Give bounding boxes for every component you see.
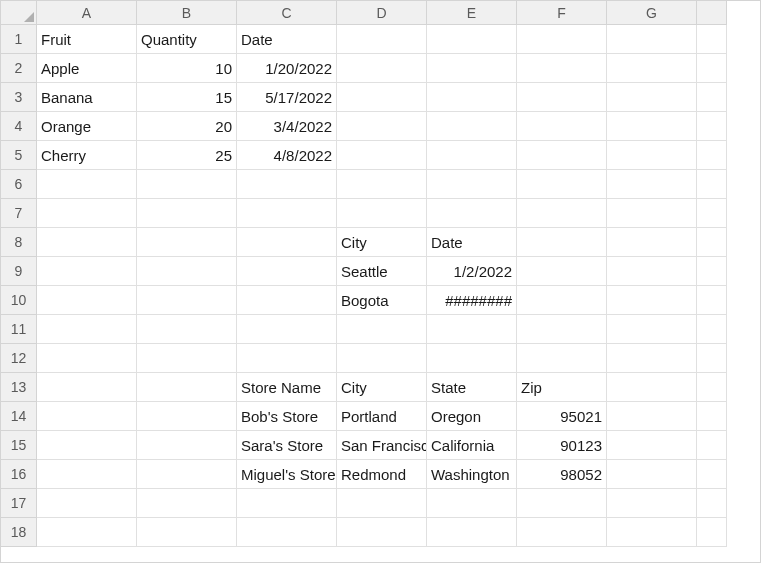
cell-D4[interactable] <box>337 112 427 141</box>
cell-D18[interactable] <box>337 518 427 547</box>
cell-C14[interactable]: Bob's Store <box>237 402 337 431</box>
cell-E13[interactable]: State <box>427 373 517 402</box>
cell-D17[interactable] <box>337 489 427 518</box>
row-header-14[interactable]: 14 <box>1 402 37 431</box>
cell-C18[interactable] <box>237 518 337 547</box>
cell-B4[interactable]: 20 <box>137 112 237 141</box>
cell-G12[interactable] <box>607 344 697 373</box>
cell-G16[interactable] <box>607 460 697 489</box>
cell-G10[interactable] <box>607 286 697 315</box>
row-header-11[interactable]: 11 <box>1 315 37 344</box>
row-header-13[interactable]: 13 <box>1 373 37 402</box>
cell-E1[interactable] <box>427 25 517 54</box>
cell-C9[interactable] <box>237 257 337 286</box>
cell-B3[interactable]: 15 <box>137 83 237 112</box>
cell-F17[interactable] <box>517 489 607 518</box>
spreadsheet-grid[interactable]: ABCDEFG1FruitQuantityDate2Apple101/20/20… <box>1 1 760 547</box>
cell-B10[interactable] <box>137 286 237 315</box>
cell-E17[interactable] <box>427 489 517 518</box>
cell-F1[interactable] <box>517 25 607 54</box>
cell-E10[interactable]: ######## <box>427 286 517 315</box>
cell-F8[interactable] <box>517 228 607 257</box>
cell-D11[interactable] <box>337 315 427 344</box>
cell-D9[interactable]: Seattle <box>337 257 427 286</box>
cell-E14[interactable]: Oregon <box>427 402 517 431</box>
cell-F6[interactable] <box>517 170 607 199</box>
cell-G14[interactable] <box>607 402 697 431</box>
cell-F12[interactable] <box>517 344 607 373</box>
cell-G9[interactable] <box>607 257 697 286</box>
row-header-6[interactable]: 6 <box>1 170 37 199</box>
cell-D13[interactable]: City <box>337 373 427 402</box>
cell-E7[interactable] <box>427 199 517 228</box>
cell-D3[interactable] <box>337 83 427 112</box>
cell-A1[interactable]: Fruit <box>37 25 137 54</box>
cell-F13[interactable]: Zip <box>517 373 607 402</box>
cell-D6[interactable] <box>337 170 427 199</box>
cell-G15[interactable] <box>607 431 697 460</box>
cell-E6[interactable] <box>427 170 517 199</box>
cell-G4[interactable] <box>607 112 697 141</box>
cell-G6[interactable] <box>607 170 697 199</box>
cell-A18[interactable] <box>37 518 137 547</box>
cell-F10[interactable] <box>517 286 607 315</box>
row-header-16[interactable]: 16 <box>1 460 37 489</box>
cell-B14[interactable] <box>137 402 237 431</box>
cell-A7[interactable] <box>37 199 137 228</box>
cell-B16[interactable] <box>137 460 237 489</box>
cell-A3[interactable]: Banana <box>37 83 137 112</box>
row-header-2[interactable]: 2 <box>1 54 37 83</box>
cell-B7[interactable] <box>137 199 237 228</box>
cell-D5[interactable] <box>337 141 427 170</box>
cell-C11[interactable] <box>237 315 337 344</box>
cell-G18[interactable] <box>607 518 697 547</box>
cell-C6[interactable] <box>237 170 337 199</box>
cell-C8[interactable] <box>237 228 337 257</box>
cell-A11[interactable] <box>37 315 137 344</box>
cell-G11[interactable] <box>607 315 697 344</box>
cell-E5[interactable] <box>427 141 517 170</box>
cell-A16[interactable] <box>37 460 137 489</box>
cell-A2[interactable]: Apple <box>37 54 137 83</box>
cell-A5[interactable]: Cherry <box>37 141 137 170</box>
cell-A12[interactable] <box>37 344 137 373</box>
cell-C2[interactable]: 1/20/2022 <box>237 54 337 83</box>
cell-A15[interactable] <box>37 431 137 460</box>
cell-A8[interactable] <box>37 228 137 257</box>
cell-G5[interactable] <box>607 141 697 170</box>
cell-C7[interactable] <box>237 199 337 228</box>
cell-B1[interactable]: Quantity <box>137 25 237 54</box>
cell-G3[interactable] <box>607 83 697 112</box>
cell-B12[interactable] <box>137 344 237 373</box>
cell-D8[interactable]: City <box>337 228 427 257</box>
cell-F7[interactable] <box>517 199 607 228</box>
row-header-9[interactable]: 9 <box>1 257 37 286</box>
cell-E11[interactable] <box>427 315 517 344</box>
cell-C15[interactable]: Sara's Store <box>237 431 337 460</box>
column-header-D[interactable]: D <box>337 1 427 25</box>
cell-B5[interactable]: 25 <box>137 141 237 170</box>
cell-D1[interactable] <box>337 25 427 54</box>
cell-B17[interactable] <box>137 489 237 518</box>
cell-F18[interactable] <box>517 518 607 547</box>
cell-C16[interactable]: Miguel's Store <box>237 460 337 489</box>
cell-D15[interactable]: San Francisco <box>337 431 427 460</box>
cell-G17[interactable] <box>607 489 697 518</box>
cell-F2[interactable] <box>517 54 607 83</box>
cell-C12[interactable] <box>237 344 337 373</box>
cell-C13[interactable]: Store Name <box>237 373 337 402</box>
row-header-12[interactable]: 12 <box>1 344 37 373</box>
cell-E8[interactable]: Date <box>427 228 517 257</box>
cell-A14[interactable] <box>37 402 137 431</box>
cell-F5[interactable] <box>517 141 607 170</box>
row-header-8[interactable]: 8 <box>1 228 37 257</box>
cell-E16[interactable]: Washington <box>427 460 517 489</box>
cell-A6[interactable] <box>37 170 137 199</box>
cell-A13[interactable] <box>37 373 137 402</box>
cell-G13[interactable] <box>607 373 697 402</box>
cell-B11[interactable] <box>137 315 237 344</box>
cell-E3[interactable] <box>427 83 517 112</box>
cell-A10[interactable] <box>37 286 137 315</box>
select-all-corner[interactable] <box>1 1 37 25</box>
cell-F4[interactable] <box>517 112 607 141</box>
